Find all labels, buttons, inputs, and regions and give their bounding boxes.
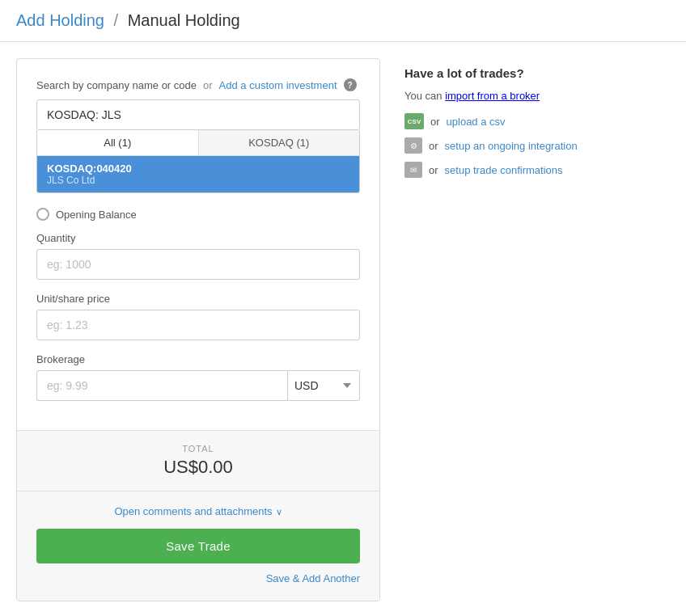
dropdown-list: KOSDAQ:040420 JLS Co Ltd — [37, 156, 359, 192]
brokerage-input[interactable] — [36, 370, 287, 401]
import-broker-link[interactable]: import from a broker — [445, 90, 540, 102]
or-integration-text: or — [429, 140, 438, 152]
main-layout: Search by company name or code or Add a … — [0, 42, 686, 616]
opening-balance-label: Opening Balance — [56, 209, 137, 221]
item-code: KOSDAQ:040420 — [47, 162, 349, 175]
breadcrumb: Add Holding / Manual Holding — [16, 11, 670, 30]
sidebar-title: Have a lot of trades? — [404, 66, 670, 80]
csv-icon: CSV — [404, 113, 424, 129]
sidebar-intro: You can import from a broker — [404, 90, 670, 102]
sidebar-csv-item: CSV or upload a csv — [404, 113, 670, 129]
brokerage-field-group: Brokerage USD EUR GBP AUD CAD JPY — [36, 353, 360, 401]
form-body: Search by company name or code or Add a … — [17, 59, 379, 430]
sidebar-confirmations-item: ✉ or setup trade confirmations — [404, 162, 670, 178]
brokerage-label: Brokerage — [36, 353, 360, 365]
custom-investment-link[interactable]: Add a custom investment — [219, 79, 337, 91]
search-row: Search by company name or code or Add a … — [36, 78, 360, 91]
total-value: US$0.00 — [36, 457, 360, 478]
opening-balance-row: Opening Balance — [36, 208, 360, 221]
comments-link-label: Open comments and attachments — [114, 505, 272, 517]
search-input[interactable] — [36, 99, 360, 130]
search-label: Search by company name or code — [36, 79, 197, 91]
item-name: JLS Co Ltd — [47, 175, 349, 186]
breadcrumb-parent-link[interactable]: Add Holding — [16, 11, 104, 29]
quantity-input[interactable] — [36, 249, 360, 280]
search-dropdown: All (1) KOSDAQ (1) KOSDAQ:040420 JLS Co … — [36, 130, 360, 193]
form-footer: Open comments and attachments∨ Save Trad… — [17, 491, 379, 601]
breadcrumb-separator: / — [114, 11, 119, 29]
save-add-another-container: Save & Add Another — [36, 572, 360, 584]
tab-kosdaq[interactable]: KOSDAQ (1) — [199, 130, 360, 155]
form-panel: Search by company name or code or Add a … — [16, 58, 380, 601]
unit-price-label: Unit/share price — [36, 293, 360, 305]
breadcrumb-current: Manual Holding — [128, 11, 240, 29]
chevron-down-icon: ∨ — [276, 507, 282, 517]
currency-select[interactable]: USD EUR GBP AUD CAD JPY — [287, 370, 360, 401]
help-icon[interactable]: ? — [344, 78, 357, 91]
tab-all[interactable]: All (1) — [37, 130, 199, 155]
upload-csv-link[interactable]: upload a csv — [447, 116, 506, 128]
gear-icon: ⚙ — [404, 137, 422, 154]
total-label: TOTAL — [36, 444, 360, 454]
sidebar-panel: Have a lot of trades? You can import fro… — [404, 58, 670, 601]
search-or-text: or — [203, 79, 213, 91]
quantity-label: Quantity — [36, 232, 360, 244]
search-input-wrapper — [36, 99, 360, 130]
quantity-field-group: Quantity — [36, 232, 360, 280]
envelope-icon: ✉ — [404, 162, 422, 178]
sidebar-integration-item: ⚙ or setup an ongoing integration — [404, 137, 670, 154]
unit-price-field-group: Unit/share price — [36, 293, 360, 340]
header: Add Holding / Manual Holding — [0, 0, 686, 42]
or-confirmations-text: or — [429, 164, 438, 176]
save-add-another-link[interactable]: Save & Add Another — [266, 572, 360, 584]
total-section: TOTAL US$0.00 — [17, 430, 379, 491]
dropdown-item[interactable]: KOSDAQ:040420 JLS Co Ltd — [37, 156, 359, 192]
comments-link-container: Open comments and attachments∨ — [36, 504, 360, 517]
tabs-row: All (1) KOSDAQ (1) — [37, 130, 359, 156]
unit-price-input[interactable] — [36, 310, 360, 340]
opening-balance-radio[interactable] — [36, 208, 49, 221]
save-trade-button[interactable]: Save Trade — [36, 529, 360, 563]
setup-confirmations-link[interactable]: setup trade confirmations — [445, 164, 563, 176]
comments-link[interactable]: Open comments and attachments∨ — [114, 505, 282, 517]
or-upload-text: or — [430, 116, 440, 128]
setup-integration-link[interactable]: setup an ongoing integration — [445, 140, 578, 152]
brokerage-row: USD EUR GBP AUD CAD JPY — [36, 370, 360, 401]
sidebar-intro-text: You can — [404, 90, 443, 102]
